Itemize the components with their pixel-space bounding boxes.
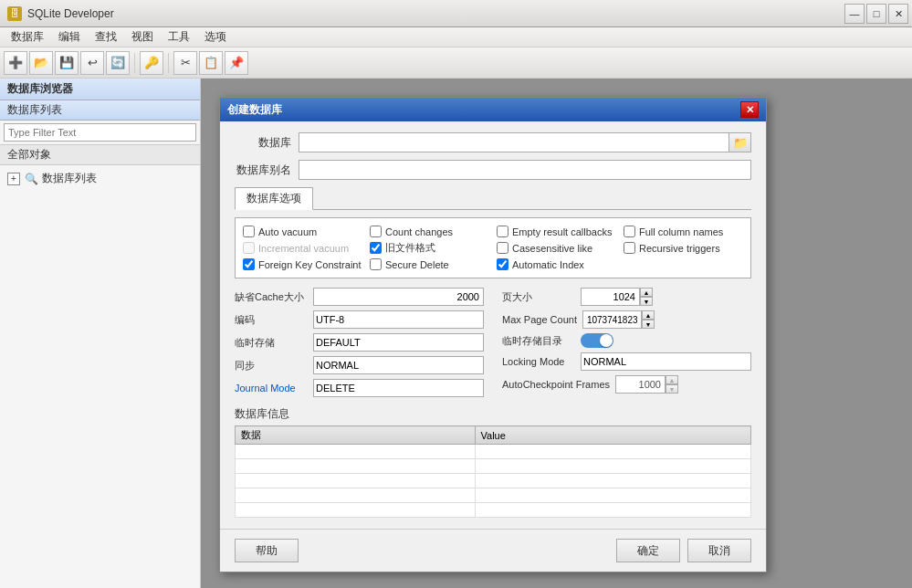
help-button[interactable]: 帮助 bbox=[235, 539, 299, 562]
info-table-header-row: 数据 Value bbox=[236, 426, 751, 445]
foreign-key-checkbox[interactable] bbox=[243, 258, 255, 270]
secure-delete-checkbox[interactable] bbox=[370, 258, 382, 270]
auto-index-checkbox[interactable] bbox=[497, 258, 508, 270]
max-page-up[interactable]: ▲ bbox=[642, 310, 655, 320]
table-row bbox=[236, 503, 751, 518]
checkpoint-input[interactable] bbox=[615, 375, 666, 394]
encoding-select-wrapper: UTF-8 UTF-16 GBK bbox=[313, 310, 484, 329]
filter-input[interactable] bbox=[4, 123, 196, 142]
page-size-input[interactable] bbox=[581, 288, 640, 306]
sidebar-filter-area bbox=[0, 121, 200, 145]
option-old-format[interactable]: 旧文件格式 bbox=[370, 241, 489, 255]
sidebar-section: 全部对象 bbox=[0, 145, 200, 165]
settings-right: 页大小 ▲ ▼ bbox=[502, 288, 751, 397]
toolbar-save[interactable]: 💾 bbox=[55, 51, 79, 75]
app-title: SQLite Developer bbox=[27, 7, 114, 20]
menu-tools[interactable]: 工具 bbox=[161, 27, 197, 47]
temp-store-label: 临时存储 bbox=[235, 336, 308, 350]
table-row bbox=[236, 488, 751, 503]
info-table: 数据 Value bbox=[235, 425, 751, 518]
menu-database[interactable]: 数据库 bbox=[4, 27, 51, 47]
toolbar-paste[interactable]: 📌 bbox=[225, 51, 248, 75]
sync-select[interactable]: NORMAL FULL OFF bbox=[313, 356, 484, 374]
info-section: 数据库信息 数据 Value bbox=[235, 406, 751, 518]
recursive-checkbox[interactable] bbox=[624, 242, 635, 254]
incremental-checkbox[interactable] bbox=[243, 242, 255, 254]
options-grid: Auto vacuum Count changes Empty result c… bbox=[243, 226, 743, 270]
old-format-label: 旧文件格式 bbox=[385, 241, 435, 255]
maximize-button[interactable]: □ bbox=[866, 4, 886, 24]
casesensitive-label: Casesensitive like bbox=[512, 243, 592, 254]
journal-select[interactable]: DELETE WAL MEMORY OFF bbox=[313, 379, 484, 397]
tree-expand-icon[interactable]: + bbox=[7, 173, 20, 185]
option-secure-delete[interactable]: Secure Delete bbox=[370, 258, 489, 270]
casesensitive-checkbox[interactable] bbox=[497, 242, 508, 254]
option-full-column[interactable]: Full column names bbox=[624, 226, 743, 237]
toolbar-add[interactable]: ➕ bbox=[4, 51, 27, 75]
auto-vacuum-label: Auto vacuum bbox=[258, 226, 317, 237]
db-input[interactable] bbox=[299, 132, 729, 152]
app-titlebar: 🗄 SQLite Developer — □ ✕ bbox=[0, 0, 912, 27]
close-button[interactable]: ✕ bbox=[888, 4, 908, 24]
toolbar-open[interactable]: 📂 bbox=[29, 51, 53, 75]
tree-item-label: 数据库列表 bbox=[42, 171, 97, 186]
checkpoint-up[interactable]: ▲ bbox=[666, 375, 678, 384]
option-empty-result[interactable]: Empty result callbacks bbox=[497, 226, 616, 237]
toolbar-cut[interactable]: ✂ bbox=[173, 51, 197, 75]
toolbar-undo[interactable]: ↩ bbox=[80, 51, 104, 75]
minimize-button[interactable]: — bbox=[844, 4, 865, 24]
menu-view[interactable]: 视图 bbox=[124, 27, 161, 47]
journal-label: Journal Mode bbox=[235, 383, 308, 394]
option-auto-index[interactable]: Automatic Index bbox=[497, 258, 616, 270]
max-page-row: Max Page Count ▲ ▼ bbox=[502, 310, 751, 329]
full-column-label: Full column names bbox=[639, 226, 723, 237]
option-casesensitive[interactable]: Casesensitive like bbox=[497, 241, 616, 255]
db-browse-button[interactable]: 📁 bbox=[729, 132, 751, 152]
option-auto-vacuum[interactable]: Auto vacuum bbox=[243, 226, 362, 237]
page-size-up[interactable]: ▲ bbox=[640, 288, 653, 297]
max-page-down[interactable]: ▼ bbox=[642, 320, 655, 329]
temp-dir-toggle[interactable] bbox=[581, 333, 613, 348]
db-alias-input[interactable] bbox=[299, 160, 751, 180]
toolbar-refresh[interactable]: 🔄 bbox=[106, 51, 130, 75]
count-changes-label: Count changes bbox=[385, 226, 453, 237]
toolbar-separator-1 bbox=[134, 53, 135, 73]
encoding-select[interactable]: UTF-8 UTF-16 GBK bbox=[313, 310, 484, 329]
info-table-head: 数据 Value bbox=[236, 426, 751, 445]
sidebar-subheader: 数据库列表 bbox=[0, 100, 200, 121]
checkpoint-down[interactable]: ▼ bbox=[666, 384, 678, 394]
menu-find[interactable]: 查找 bbox=[88, 27, 124, 47]
cancel-button[interactable]: 取消 bbox=[687, 539, 751, 562]
count-changes-checkbox[interactable] bbox=[370, 226, 382, 237]
option-incremental[interactable]: Incremental vacuum bbox=[243, 241, 362, 255]
old-format-checkbox[interactable] bbox=[370, 242, 382, 254]
options-area: Auto vacuum Count changes Empty result c… bbox=[235, 217, 751, 278]
full-column-checkbox[interactable] bbox=[624, 226, 635, 237]
dialog-body: 数据库 📁 数据库别名 数据库选项 bbox=[220, 121, 766, 529]
dialog-titlebar: 创建数据库 ✕ bbox=[220, 98, 766, 121]
auto-vacuum-checkbox[interactable] bbox=[243, 226, 255, 237]
dialog-close-button[interactable]: ✕ bbox=[740, 101, 759, 118]
empty-result-checkbox[interactable] bbox=[497, 226, 508, 237]
option-recursive[interactable]: Recursive triggers bbox=[624, 241, 743, 255]
menu-options[interactable]: 选项 bbox=[197, 27, 234, 47]
tree-item-db-list[interactable]: + 🔍 数据库列表 bbox=[4, 169, 196, 188]
ok-button[interactable]: 确定 bbox=[616, 539, 680, 562]
menu-edit[interactable]: 编辑 bbox=[51, 27, 88, 47]
page-size-down[interactable]: ▼ bbox=[640, 297, 653, 306]
toolbar-copy[interactable]: 📋 bbox=[199, 51, 223, 75]
max-page-input[interactable] bbox=[582, 310, 642, 329]
temp-store-row: 临时存储 DEFAULT MEMORY FILE bbox=[235, 333, 484, 352]
cache-size-input[interactable] bbox=[313, 288, 484, 306]
temp-store-select[interactable]: DEFAULT MEMORY FILE bbox=[313, 333, 484, 352]
info-col-data: 数据 bbox=[236, 426, 476, 445]
sync-label: 同步 bbox=[235, 359, 308, 373]
max-page-label: Max Page Count bbox=[502, 314, 577, 325]
option-count-changes[interactable]: Count changes bbox=[370, 226, 489, 237]
toolbar-key[interactable]: 🔑 bbox=[140, 51, 163, 75]
tab-db-options[interactable]: 数据库选项 bbox=[235, 187, 313, 210]
option-foreign-key[interactable]: Foreign Key Constraint bbox=[243, 258, 362, 270]
page-size-spinbtns: ▲ ▼ bbox=[640, 288, 653, 306]
table-row bbox=[236, 459, 751, 474]
locking-select[interactable]: NORMAL EXCLUSIVE bbox=[581, 352, 751, 371]
